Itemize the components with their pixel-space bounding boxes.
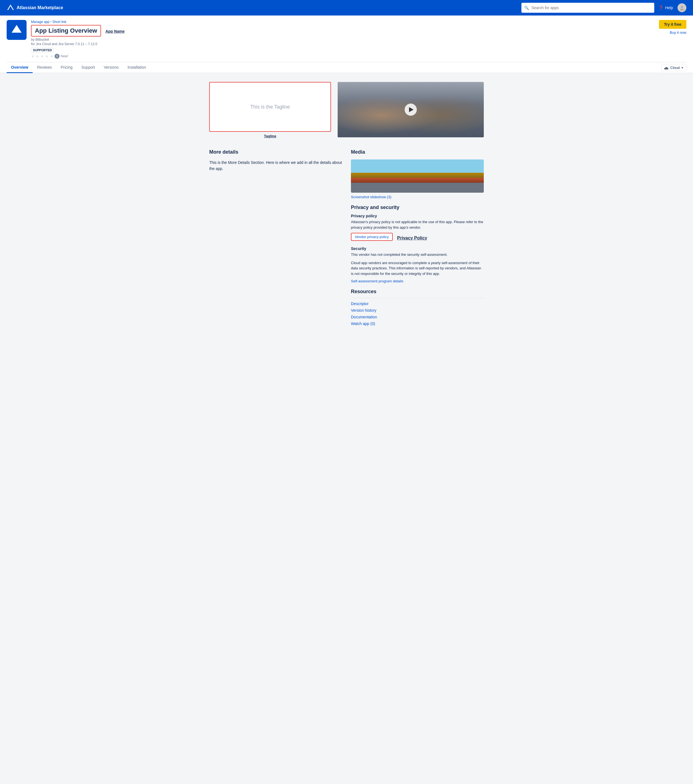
svg-point-3 [680, 8, 684, 10]
manage-app-link[interactable]: Manage app [31, 20, 49, 24]
svg-point-2 [681, 6, 683, 8]
app-icon [7, 20, 26, 40]
tagline-wrap: This is the Tagline Tagline [209, 82, 331, 138]
tab-support[interactable]: Support [77, 62, 99, 73]
app-compat: for Jira Cloud and Jira Server 7.0.11 – … [31, 42, 655, 46]
resources-section: Resources Descriptor Version history Doc… [351, 289, 484, 326]
resources-title: Resources [351, 289, 484, 295]
short-link[interactable]: Short link [53, 20, 66, 24]
hero-section: This is the Tagline Tagline [209, 82, 484, 138]
star-1: ★ [31, 54, 35, 58]
app-tabs: Overview Reviews Pricing Support Version… [7, 62, 686, 73]
search-icon: 🔍 [524, 5, 529, 10]
video-box[interactable] [337, 82, 484, 137]
app-by: by Bitbucket [31, 38, 655, 41]
tab-installation[interactable]: Installation [123, 62, 151, 73]
two-column-section: More details This is the More Details Se… [209, 149, 484, 328]
left-column: More details This is the More Details Se… [209, 149, 342, 328]
security-subtitle: Security [351, 246, 484, 251]
resource-link-descriptor[interactable]: Descriptor [351, 301, 484, 306]
privacy-section: Privacy and security Privacy policy Atla… [351, 204, 484, 283]
main-content: This is the Tagline Tagline More details… [202, 73, 491, 337]
listing-title-box: App Listing Overview [31, 25, 101, 36]
vendor-privacy-policy-button[interactable]: Vendor privacy policy [351, 233, 393, 241]
nav-logo-text: Atlassian Marketplace [16, 5, 63, 10]
supported-badge: SUPPORTED [31, 48, 54, 53]
play-button[interactable] [405, 104, 417, 116]
star-3: ★ [40, 54, 44, 58]
svg-marker-4 [12, 25, 21, 33]
app-logo-icon [11, 25, 22, 35]
tab-versions[interactable]: Versions [99, 62, 123, 73]
tagline-text: This is the Tagline [250, 104, 290, 110]
more-details-text: This is the More Details Section. Here i… [209, 160, 342, 172]
privacy-policy-subtitle: Privacy policy [351, 214, 484, 218]
app-meta: Manage app • Short link App Listing Over… [31, 20, 655, 59]
security-text-1: This vendor has not completed the securi… [351, 252, 484, 257]
app-listing-title: App Listing Overview [35, 27, 97, 34]
resource-link-documentation[interactable]: Documentation [351, 315, 484, 319]
user-avatar[interactable] [678, 3, 686, 12]
more-details-title: More details [209, 149, 342, 155]
media-title: Media [351, 149, 484, 155]
play-triangle-icon [409, 107, 413, 112]
star-5: ★ [50, 54, 53, 58]
resource-link-watch-app[interactable]: Watch app (0) [351, 321, 484, 326]
tagline-label: Tagline [209, 134, 331, 138]
app-name-label: App Name [105, 29, 125, 33]
rating-count: 0 [54, 54, 59, 59]
privacy-policy-text: Atlassian's privacy policy is not applic… [351, 219, 484, 230]
tab-reviews[interactable]: Reviews [33, 62, 56, 73]
help-button[interactable]: ❓ Help [659, 5, 673, 10]
app-header: Manage app • Short link App Listing Over… [0, 15, 693, 73]
screenshot-slideshow-link[interactable]: Screenshot slideshow (3) [351, 195, 484, 199]
privacy-policy-label: Privacy Policy [397, 236, 427, 240]
manage-links: Manage app • Short link [31, 20, 655, 24]
search-container: 🔍 [522, 3, 654, 13]
top-navigation: Atlassian Marketplace 🔍 ❓ Help [0, 0, 693, 15]
buy-now-link[interactable]: Buy it now [670, 30, 686, 35]
media-screenshot [351, 160, 484, 193]
self-assessment-link[interactable]: Self-assessment program details [351, 279, 484, 283]
user-icon [679, 5, 685, 10]
star-4: ★ [45, 54, 49, 58]
cloud-icon [664, 65, 668, 70]
resource-link-version-history[interactable]: Version history [351, 308, 484, 313]
help-label: Help [665, 5, 673, 10]
video-overlay [337, 82, 484, 137]
atlassian-logo-icon [7, 4, 15, 12]
help-circle-icon: ❓ [659, 5, 663, 10]
right-column: Media Screenshot slideshow (3) Privacy a… [351, 149, 484, 328]
env-label: Cloud [670, 66, 680, 70]
env-selector[interactable]: Cloud ▾ [661, 64, 686, 71]
star-2: ★ [36, 54, 39, 58]
search-input[interactable] [522, 3, 654, 13]
tab-pricing[interactable]: Pricing [56, 62, 77, 73]
try-free-button[interactable]: Try it free [659, 20, 686, 29]
app-actions: Try it free Buy it now [659, 20, 686, 35]
env-chevron-icon: ▾ [681, 66, 683, 70]
app-rating: ★ ★ ★ ★ ★ 0 New! [31, 54, 655, 59]
new-badge: New! [61, 54, 68, 58]
tagline-box: This is the Tagline [209, 82, 331, 132]
atlassian-logo[interactable]: Atlassian Marketplace [7, 4, 63, 12]
privacy-section-title: Privacy and security [351, 204, 484, 211]
security-text-2: Cloud app vendors are encouraged to comp… [351, 260, 484, 277]
tab-overview[interactable]: Overview [7, 62, 33, 73]
